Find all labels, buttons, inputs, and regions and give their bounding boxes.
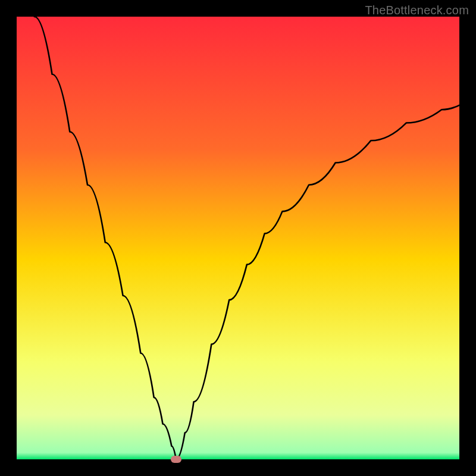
- chart-background: [17, 17, 459, 459]
- optimum-marker: [171, 456, 181, 463]
- attribution-text: TheBottleneck.com: [365, 4, 469, 17]
- bottleneck-chart: [17, 17, 459, 459]
- chart-frame: [17, 17, 459, 459]
